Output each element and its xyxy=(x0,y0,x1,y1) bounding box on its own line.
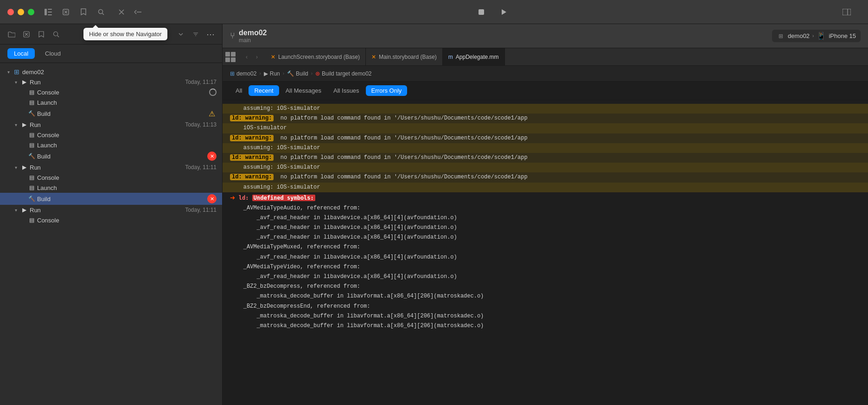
tree-label: Run xyxy=(30,207,180,214)
tree-item-run-4[interactable]: ▾ ▶ Run Today, 11:11 xyxy=(0,205,222,215)
sidebar-search-icon[interactable] xyxy=(50,28,62,40)
chevron-right-icon: › xyxy=(812,33,814,38)
right-header: ⑂ demo02 main ⊞ demo02 › 📱 iPhone 15 xyxy=(223,24,868,48)
tree-item-build-3[interactable]: ▾ 🔨 Build ✕ xyxy=(0,193,222,205)
breadcrumb-build-target[interactable]: ⊛ Build target demo02 xyxy=(315,70,371,77)
breadcrumb-label: Build target demo02 xyxy=(322,70,371,77)
breadcrumb-build[interactable]: 🔨 Build xyxy=(287,70,308,77)
tree-item-launch-1[interactable]: ▾ ▤ Launch xyxy=(0,97,222,108)
right-panel-button[interactable] xyxy=(840,6,853,19)
log-line: _AVMediaTypeVideo, referenced from: xyxy=(223,262,868,272)
error-badge: ✕ xyxy=(207,194,217,203)
breadcrumb-label: Run xyxy=(270,70,280,77)
filter-tabs: All Recent All Messages All Issues Error… xyxy=(223,82,868,100)
log-line: assuming: iOS-simulator xyxy=(223,104,868,114)
log-line: ld: warning: no platform load command fo… xyxy=(223,153,868,163)
tree-item-launch-3[interactable]: ▾ ▤ Launch xyxy=(0,183,222,193)
sidebar-bookmark-icon[interactable] xyxy=(35,28,47,40)
tree-item-run-2[interactable]: ▾ ▶ Run Today, 11:13 xyxy=(0,120,222,130)
chevron-icon: ▾ xyxy=(6,69,11,75)
svg-rect-10 xyxy=(842,9,851,15)
tree-item-console-3[interactable]: ▾ ▤ Console xyxy=(0,172,222,183)
back-navigator-button[interactable] xyxy=(115,6,128,19)
bookmark-button[interactable] xyxy=(77,6,90,19)
tab-mainstoryboard[interactable]: ✕ Main.storyboard (Base) xyxy=(366,48,443,65)
scheme-selector[interactable]: ⊞ demo02 › 📱 iPhone 15 xyxy=(772,30,861,42)
log-line: _avf_read_header in libavdevice.a[x86_64… xyxy=(223,253,868,262)
cloud-tab[interactable]: Cloud xyxy=(38,48,67,59)
sidebar-tree: ▾ ⊞ demo02 ▾ ▶ Run Today, 11:17 ▾ ▤ Cons… xyxy=(0,63,222,405)
svg-line-16 xyxy=(57,35,59,37)
search-button[interactable] xyxy=(95,6,108,19)
tree-item-run-3[interactable]: ▾ ▶ Run Today, 11:11 xyxy=(0,162,222,172)
tree-item-console-2[interactable]: ▾ ▤ Console xyxy=(0,130,222,140)
tree-item-demo02[interactable]: ▾ ⊞ demo02 xyxy=(0,67,222,77)
sidebar-folder-icon[interactable] xyxy=(6,28,18,40)
nav-back-arrow[interactable]: ‹ xyxy=(242,52,251,62)
log-line: _BZ2_bzDecompress, referenced from: xyxy=(223,282,868,291)
left-toolbar-buttons xyxy=(42,6,108,19)
scheme-name: demo02 xyxy=(788,32,810,39)
navigator-toggle-button[interactable] xyxy=(42,6,55,19)
device-icon: 📱 xyxy=(817,32,826,40)
filter-tab-errors-only[interactable]: Errors Only xyxy=(366,85,408,96)
log-line: assuming: iOS-simulator xyxy=(223,163,868,172)
log-area[interactable]: assuming: iOS-simulator ld: warning: no … xyxy=(223,100,868,405)
tree-label: demo02 xyxy=(22,69,217,76)
build-icon: 🔨 xyxy=(28,195,35,202)
tree-item-launch-2[interactable]: ▾ ▤ Launch xyxy=(0,140,222,150)
minimize-button[interactable] xyxy=(18,9,24,15)
breadcrumb-demo02[interactable]: ⊞ demo02 xyxy=(230,70,256,77)
run-icon: ▶ xyxy=(20,206,28,214)
run-button[interactable] xyxy=(496,5,511,19)
tree-item-run-1[interactable]: ▾ ▶ Run Today, 11:17 xyxy=(0,77,222,87)
filter-tab-recent[interactable]: Recent xyxy=(249,85,279,96)
warning-badge: ⚠ xyxy=(207,109,217,118)
close-button[interactable] xyxy=(7,9,14,15)
svg-line-8 xyxy=(102,13,104,15)
nav-arrows: ‹ › xyxy=(238,52,265,62)
breadcrumb-icon: ▶ xyxy=(264,70,268,77)
svg-rect-2 xyxy=(48,12,52,13)
tab-appdelegate[interactable]: m AppDelegate.mm xyxy=(443,48,505,65)
svg-rect-9 xyxy=(479,9,484,15)
error-label: ld: Undefined symbols: xyxy=(239,195,315,201)
breadcrumb-icon: 🔨 xyxy=(287,70,294,77)
tab-label: AppDelegate.mm xyxy=(456,54,499,60)
sidebar-x-icon[interactable] xyxy=(20,28,32,40)
tree-item-console-4[interactable]: ▾ ▤ Console xyxy=(0,215,222,225)
tree-label: Build xyxy=(37,153,205,160)
tree-item-build-2[interactable]: ▾ 🔨 Build ✕ xyxy=(0,150,222,162)
nav-forward-arrow[interactable]: › xyxy=(252,52,262,62)
log-line: ld: warning: no platform load command fo… xyxy=(223,172,868,182)
close-tab-button[interactable] xyxy=(59,6,72,19)
tree-item-console-1[interactable]: ▾ ▤ Console xyxy=(0,87,222,97)
filter-tab-all-issues[interactable]: All Issues xyxy=(328,85,365,96)
maximize-button[interactable] xyxy=(28,9,34,15)
app-icon: ⊞ xyxy=(13,68,20,76)
navigator-back-icon[interactable] xyxy=(132,6,145,19)
sidebar-filter-icon[interactable] xyxy=(190,28,202,40)
loading-spinner xyxy=(209,89,217,96)
stop-button[interactable] xyxy=(474,5,489,19)
log-line: ld: warning: no platform load command fo… xyxy=(223,114,868,123)
sidebar-expand-icon[interactable] xyxy=(175,28,187,40)
window: Hide or show the Navigator xyxy=(0,0,868,405)
run-icon: ▶ xyxy=(20,121,28,128)
filter-tab-all-messages[interactable]: All Messages xyxy=(280,85,327,96)
local-tab[interactable]: Local xyxy=(7,48,35,59)
mm-file-icon: m xyxy=(448,54,453,60)
launch-icon: ▤ xyxy=(28,184,35,191)
breadcrumb-label: Build xyxy=(296,70,308,77)
breadcrumb-separator: › xyxy=(259,71,261,76)
grid-view-icon[interactable] xyxy=(225,52,236,62)
filter-tab-all[interactable]: All xyxy=(230,85,248,96)
run-icon: ▶ xyxy=(20,164,28,171)
console-icon: ▤ xyxy=(28,89,35,96)
tab-launchscreen[interactable]: ✕ LaunchScreen.storyboard (Base) xyxy=(265,48,366,65)
sidebar-ellipsis-icon[interactable]: ⋯ xyxy=(204,28,217,40)
tree-item-build-1[interactable]: ▾ 🔨 Build ⚠ xyxy=(0,108,222,120)
svg-rect-1 xyxy=(48,9,52,10)
breadcrumb-run[interactable]: ▶ Run xyxy=(264,70,280,77)
run-icon: ▶ xyxy=(20,78,28,86)
